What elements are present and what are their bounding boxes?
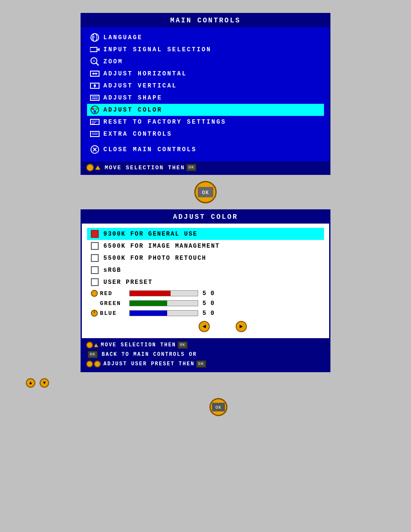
- user-preset-label: USER PRESET: [103, 279, 153, 286]
- red-label-area: RED: [90, 289, 125, 297]
- adjust-vert-icon: [89, 81, 101, 90]
- bottom-ud-arrows: ▲ ▼: [26, 378, 49, 388]
- red-value: 5 0: [202, 290, 215, 297]
- adjust-vert-label: ADJUST VERTICAL: [103, 82, 177, 89]
- svg-marker-11: [96, 72, 97, 75]
- language-icon: ?: [89, 33, 101, 42]
- menu-item-input-signal[interactable]: INPUT SIGNAL SELECTION: [87, 44, 324, 56]
- adjust-color-icon: [89, 105, 101, 115]
- svg-marker-14: [93, 84, 96, 86]
- extra-controls-icon: [89, 129, 101, 139]
- adjust-color-panel: ADJUST COLOR 9300K FOR GENERAL USE 6500K…: [81, 209, 330, 372]
- red-slider-fill: [130, 291, 171, 296]
- language-label: LANGUAGE: [103, 34, 143, 41]
- green-label: GREEN: [100, 300, 121, 307]
- reset-icon: [89, 117, 101, 127]
- close-main-controls-label: CLOSE MAIN CONTROLS: [103, 146, 197, 153]
- adjust-color-nav-bar: MOVE SELECTION THEN OK OK BACK TO MAIN C…: [82, 338, 329, 371]
- color-item-5500k[interactable]: 5500K FOR PHOTO RETOUCH: [87, 252, 324, 264]
- menu-item-extra[interactable]: EXTRA CONTROLS: [87, 128, 324, 140]
- adjust-color-label: ADJUST COLOR: [103, 106, 162, 113]
- blue-label-area: BLUE: [90, 309, 125, 317]
- close-icon: [89, 145, 101, 154]
- ok-button-nav3[interactable]: OK: [196, 360, 206, 368]
- up-arrow-button[interactable]: ▲: [26, 378, 35, 388]
- svg-marker-10: [92, 72, 94, 75]
- ok-button-main[interactable]: OK: [186, 164, 196, 171]
- svg-point-20: [92, 108, 94, 110]
- blue-slider-row: BLUE 5 0: [89, 308, 324, 318]
- nav-joystick-icons: [86, 164, 102, 171]
- svg-marker-39: [240, 325, 243, 328]
- main-controls-body: ? LANGUAGE INPUT SIGNAL SELECTION + ZOOM…: [82, 27, 329, 160]
- 9300k-label: 9300K FOR GENERAL USE: [103, 230, 197, 237]
- adjust-color-title: ADJUST COLOR: [82, 211, 329, 224]
- svg-line-6: [96, 63, 99, 65]
- main-controls-panel: MAIN CONTROLS ? LANGUAGE INPUT SIGNAL SE…: [81, 13, 330, 175]
- adjust-horiz-label: ADJUST HORIZONTAL: [103, 70, 187, 77]
- nav-line-2-text: BACK TO MAIN CONTROLS OR: [102, 352, 197, 358]
- green-label-area: GREEN: [90, 300, 125, 307]
- red-slider-track[interactable]: [129, 290, 198, 296]
- red-label: RED: [100, 290, 112, 297]
- green-slider-fill: [130, 301, 167, 306]
- nav-tri-1: [94, 343, 98, 347]
- srgb-icon: [89, 265, 101, 275]
- main-nav-bar: MOVE SELECTION THEN OK: [82, 162, 329, 174]
- nav-circle-1: [86, 342, 93, 348]
- menu-item-reset[interactable]: RESET TO FACTORY SETTINGS: [87, 116, 324, 128]
- srgb-label: sRGB: [103, 267, 121, 274]
- menu-item-language[interactable]: ? LANGUAGE: [87, 31, 324, 44]
- svg-rect-27: [90, 131, 99, 137]
- bottom-ok-button[interactable]: OK: [209, 398, 227, 416]
- menu-item-adjust-vert[interactable]: ADJUST VERTICAL: [87, 80, 324, 92]
- lr-arrow-row: [121, 318, 324, 334]
- nav-text: MOVE SELECTION THEN: [105, 165, 185, 171]
- blue-label: BLUE: [100, 310, 117, 317]
- left-arrow-button[interactable]: [199, 321, 210, 332]
- nav-line-3-text: ADJUST USER PRESET THEN: [103, 361, 195, 367]
- color-item-9300k[interactable]: 9300K FOR GENERAL USE: [87, 228, 324, 240]
- red-slider-row: RED 5 0: [89, 288, 324, 299]
- down-arrow-button[interactable]: ▼: [40, 378, 49, 388]
- blue-slider-fill: [130, 311, 167, 316]
- svg-rect-3: [90, 47, 97, 52]
- reset-label: RESET TO FACTORY SETTINGS: [103, 118, 226, 125]
- adjust-horiz-icon: [89, 69, 101, 78]
- menu-item-zoom[interactable]: + ZOOM: [87, 56, 324, 68]
- svg-text:OK: OK: [215, 405, 221, 410]
- input-signal-label: INPUT SIGNAL SELECTION: [103, 46, 212, 53]
- ok-button-nav1[interactable]: OK: [177, 341, 188, 349]
- ok-button-nav2[interactable]: OK: [87, 351, 98, 358]
- nav-circle-2: [86, 361, 93, 367]
- green-value: 5 0: [202, 300, 215, 307]
- nav-circle-3: [94, 361, 101, 367]
- input-signal-icon: [89, 45, 101, 54]
- main-controls-title: MAIN CONTROLS: [82, 14, 329, 27]
- menu-item-adjust-horiz[interactable]: ADJUST HORIZONTAL: [87, 68, 324, 80]
- menu-item-adjust-shape[interactable]: ADJUST SHAPE: [87, 92, 324, 104]
- blue-slider-track[interactable]: [129, 310, 198, 316]
- nav-line-1: MOVE SELECTION THEN OK: [86, 340, 325, 350]
- svg-text:OK: OK: [202, 190, 209, 196]
- adjust-color-body: 9300K FOR GENERAL USE 6500K FOR IMAGE MA…: [82, 224, 329, 338]
- color-item-srgb[interactable]: sRGB: [87, 264, 324, 276]
- color-item-user-preset[interactable]: USER PRESET: [87, 276, 324, 288]
- nav-line-1-text: MOVE SELECTION THEN: [101, 342, 176, 348]
- nav-line-2: OK BACK TO MAIN CONTROLS OR: [86, 350, 325, 359]
- 6500k-label: 6500K FOR IMAGE MANAGEMENT: [103, 243, 220, 249]
- svg-marker-38: [202, 325, 206, 328]
- close-main-controls-button[interactable]: CLOSE MAIN CONTROLS: [87, 143, 324, 156]
- red-circle-icon: [90, 289, 98, 297]
- svg-rect-16: [90, 95, 99, 100]
- big-ok-button[interactable]: OK: [194, 181, 217, 203]
- menu-item-adjust-color[interactable]: ADJUST COLOR: [87, 104, 324, 116]
- right-arrow-button[interactable]: [236, 321, 247, 332]
- 6500k-icon: [89, 241, 101, 251]
- zoom-label: ZOOM: [103, 58, 123, 65]
- 9300k-icon: [89, 229, 101, 239]
- green-slider-track[interactable]: [129, 300, 198, 306]
- svg-text:+: +: [93, 59, 96, 64]
- color-item-6500k[interactable]: 6500K FOR IMAGE MANAGEMENT: [87, 240, 324, 252]
- adjust-shape-icon: [89, 93, 101, 103]
